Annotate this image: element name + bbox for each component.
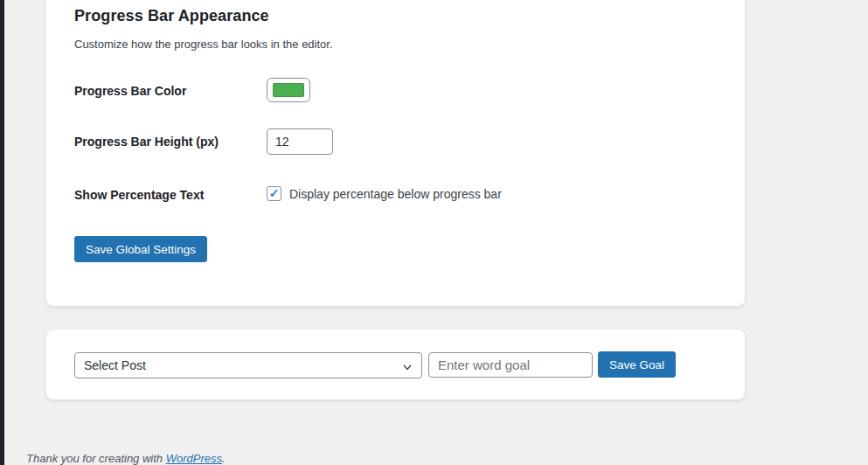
progress-bar-color-picker[interactable] bbox=[267, 78, 310, 102]
color-swatch bbox=[273, 83, 304, 97]
save-goal-button[interactable]: Save Goal bbox=[598, 351, 676, 378]
footer-text-before: Thank you for creating with bbox=[26, 452, 166, 465]
select-post-value: Select Post bbox=[84, 358, 402, 372]
footer-text-after: . bbox=[222, 452, 226, 465]
checkmark-icon: ✓ bbox=[269, 187, 280, 199]
wordpress-admin-screen: Progress Bar Appearance Customize how th… bbox=[0, 0, 868, 465]
progress-bar-height-input[interactable] bbox=[267, 128, 333, 155]
show-percentage-checkbox-label: Display percentage below progress bar bbox=[289, 187, 502, 201]
admin-footer-text: Thank you for creating with WordPress. bbox=[26, 452, 226, 465]
wordpress-link[interactable]: WordPress bbox=[166, 452, 222, 465]
chevron-down-icon bbox=[402, 360, 413, 371]
page-subtitle: Customize how the progress bar looks in … bbox=[74, 38, 333, 51]
page-title: Progress Bar Appearance bbox=[74, 7, 269, 25]
save-global-settings-button[interactable]: Save Global Settings bbox=[74, 236, 207, 262]
progress-bar-color-label: Progress Bar Color bbox=[74, 84, 186, 98]
admin-menu-edge bbox=[0, 0, 4, 465]
select-post-dropdown[interactable]: Select Post bbox=[74, 352, 422, 378]
progress-bar-height-label: Progress Bar Height (px) bbox=[74, 135, 219, 149]
word-goal-input[interactable] bbox=[428, 352, 593, 378]
show-percentage-checkbox[interactable]: ✓ bbox=[267, 186, 281, 201]
show-percentage-label: Show Percentage Text bbox=[74, 188, 204, 202]
show-percentage-field: ✓ Display percentage below progress bar bbox=[267, 186, 502, 201]
